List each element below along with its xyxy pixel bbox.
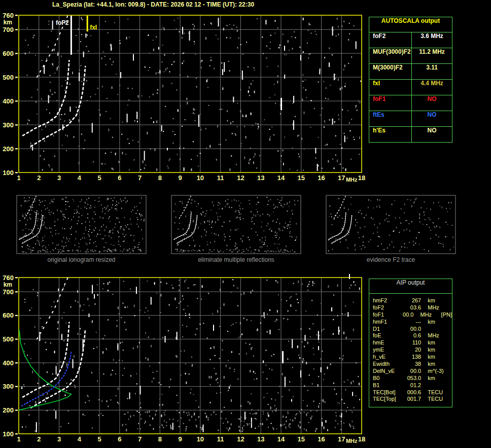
param-flag [449, 375, 452, 382]
param-unit: km [421, 347, 449, 354]
x-tick-label: 5 [97, 435, 101, 443]
param-value: NO [412, 95, 452, 111]
param-flag [449, 347, 452, 354]
autoscala-table-body: foF23.6 MHzMUF(3000)F211.2 MHzM(3000)F23… [369, 32, 452, 142]
param-label: h_vE [369, 354, 401, 361]
aip-row: foE0.6MHz [369, 332, 452, 339]
x-tick-label: 15 [297, 435, 304, 443]
param-value: 01.2 [401, 382, 421, 389]
aip-row: D100.0 [369, 326, 452, 333]
param-unit: km [421, 375, 449, 382]
autoscala-row: ftEsNO [369, 111, 452, 127]
param-value: 053.0 [401, 375, 421, 382]
param-value: 03.6 [401, 304, 421, 312]
param-label: B1 [369, 382, 401, 389]
x-tick-label: 4 [78, 435, 82, 443]
autoscala-row: foF1NO [369, 95, 452, 111]
autoscala-screen: La_Spezia (lat: +44.1, lon: 009.8) - DAT… [0, 0, 491, 448]
param-flag [449, 368, 452, 375]
x-tick-label: 16 [318, 435, 325, 443]
param-unit: TECU [421, 396, 449, 403]
aip-row: TEC[Bot]000.6TECU [369, 389, 452, 396]
echo-streak [300, 370, 301, 377]
param-unit [421, 326, 449, 333]
noise-dots [21, 279, 360, 432]
param-label: foF2 [369, 32, 412, 48]
aip-output-table: AIP output hmF2267kmfoF203.6MHzfoF100.0M… [369, 279, 452, 407]
echo-streak [349, 274, 350, 279]
x-tick-label: 9 [179, 435, 182, 443]
param-label: ymE [369, 347, 401, 354]
param-value: 0.6 [401, 332, 421, 339]
param-unit: km [421, 361, 449, 368]
param-flag: [PN] [439, 312, 452, 319]
autoscala-row: foF23.6 MHz [369, 32, 452, 48]
aip-row: hmF2267km [369, 297, 452, 304]
y-tick-label: 300 [3, 383, 14, 390]
param-value: 00.0 [401, 326, 421, 333]
param-label: ftEs [369, 111, 412, 126]
param-unit: MHz [421, 332, 449, 339]
param-label: hmF1 [369, 319, 401, 326]
electron-density-profile [19, 330, 72, 410]
param-flag [449, 382, 452, 389]
echo-streak [282, 351, 284, 363]
y-tick-label: 400 [3, 359, 14, 367]
aip-row: B101.2 [369, 382, 452, 389]
param-unit: km [421, 354, 449, 361]
param-label: h'Es [369, 127, 412, 142]
x-tick-label: 17 [338, 435, 345, 443]
aip-row: ymE20km [369, 347, 452, 354]
second-hop-trace [37, 277, 68, 339]
x-tick-label: 3 [57, 435, 61, 443]
param-value: 20 [401, 347, 421, 354]
param-flag [449, 396, 452, 403]
param-value: 11.2 MHz [412, 48, 452, 63]
param-label: B0 [369, 375, 401, 382]
param-flag [449, 354, 452, 361]
autoscala-row: MUF(3000)F211.2 MHz [369, 48, 452, 64]
param-label: MUF(3000)F2 [369, 48, 412, 63]
x-tick-label: 11 [217, 435, 224, 443]
param-label: TEC[Bot] [369, 389, 401, 396]
param-value: --- [401, 319, 421, 326]
param-flag [449, 297, 452, 304]
autoscala-row: M(3000)F23.11 [369, 64, 452, 80]
x-tick-label: 18 [358, 435, 365, 443]
x-tick-label: 10 [197, 435, 204, 443]
param-value: 38 [401, 361, 421, 368]
o-mode-trace [23, 323, 69, 397]
param-unit [421, 382, 449, 389]
y-tick-label: 760 [3, 274, 14, 282]
param-label: foF1 [369, 95, 412, 111]
x-tick-label: 12 [237, 435, 244, 443]
param-flag [449, 304, 452, 312]
param-value: NO [412, 127, 452, 142]
aip-table-body: hmF2267kmfoF203.6MHzfoF100.0MHz[PN]hmF1-… [369, 294, 452, 407]
aip-row: DelN_vE00.0m^(-3) [369, 368, 452, 375]
thumbnail-caption-2: eliminate multiple reflections [171, 256, 301, 263]
param-label: hmE [369, 339, 401, 347]
param-value: 4.4 MHz [412, 80, 452, 95]
param-label: DelN_vE [369, 368, 401, 375]
param-unit: MHz [413, 312, 438, 319]
aip-row: Ewidth38km [369, 361, 452, 368]
aip-row: foF203.6MHz [369, 304, 452, 312]
param-label: M(3000)F2 [369, 64, 412, 79]
y-tick-label: 500 [3, 335, 14, 343]
thumbnail-caption-3: evidence F2 trace [326, 256, 455, 263]
autoscala-row: h'EsNO [369, 127, 452, 142]
param-unit: m^(-3) [421, 368, 449, 375]
x-tick-label: 8 [158, 435, 162, 443]
aip-row: h_vE138km [369, 354, 452, 361]
param-flag [449, 319, 452, 326]
x-axis-unit: MHz [346, 438, 358, 444]
param-unit: km [421, 339, 449, 347]
aip-row: hmF1---km [369, 319, 452, 326]
autoscala-row: fxI4.4 MHz [369, 80, 452, 95]
y-tick-label: 600 [3, 312, 14, 319]
param-value: NO [412, 111, 452, 126]
param-value: 267 [401, 297, 421, 304]
param-value: 110 [401, 339, 421, 347]
x-tick-label: 13 [257, 435, 264, 443]
